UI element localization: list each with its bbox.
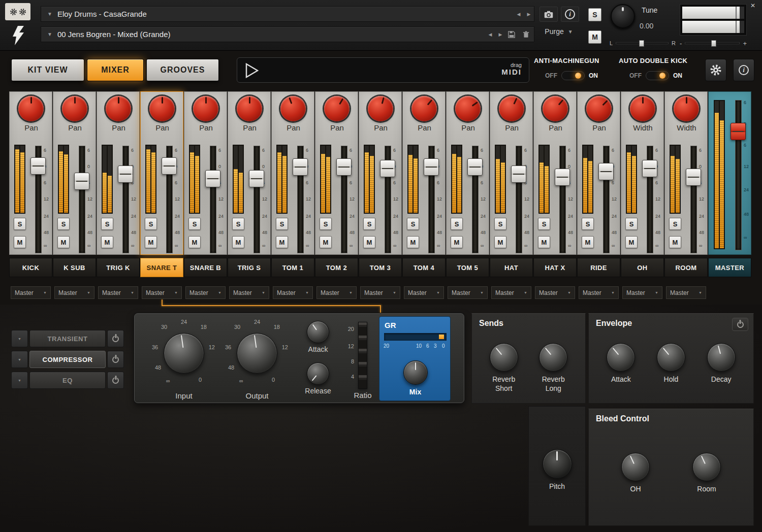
channel-name-label[interactable]: TRIG K (97, 258, 140, 277)
ratio-slider[interactable] (358, 322, 367, 389)
preset-prev-button[interactable]: ◀ (485, 29, 495, 40)
channel-route-select[interactable]: Master▼ (229, 286, 269, 299)
pan-knob[interactable] (674, 96, 699, 121)
mute-button[interactable]: M (538, 236, 550, 248)
solo-button[interactable]: S (145, 218, 157, 230)
volume-fader-track[interactable] (516, 146, 522, 253)
bleed-room-knob[interactable] (692, 453, 721, 481)
channel-name-label[interactable]: HAT X (533, 258, 577, 277)
volume-fader-handle[interactable] (511, 165, 526, 183)
solo-button[interactable]: S (232, 218, 244, 230)
mute-button[interactable]: M (57, 236, 70, 248)
pitch-knob[interactable] (543, 449, 572, 479)
pan-knob[interactable] (237, 96, 262, 121)
mute-button[interactable]: M (582, 236, 594, 248)
pan-knob[interactable] (324, 96, 350, 121)
mute-button[interactable]: M (101, 236, 113, 248)
help-info-button[interactable]: i (733, 59, 754, 81)
header-solo-button[interactable]: S (588, 8, 601, 21)
env-decay-knob[interactable] (707, 343, 736, 372)
drag-midi-handle[interactable]: drag MIDI (501, 62, 522, 77)
channel-route-select[interactable]: Master▼ (622, 286, 662, 299)
preset-next-button[interactable]: ▶ (495, 29, 505, 40)
solo-button[interactable]: S (363, 218, 375, 230)
fx-power-button[interactable] (107, 330, 124, 347)
pan-knob[interactable] (193, 96, 218, 121)
master-fader-handle[interactable] (731, 123, 746, 140)
solo-button[interactable]: S (101, 218, 113, 230)
env-attack-knob[interactable] (607, 343, 635, 372)
solo-button[interactable]: S (494, 218, 506, 230)
volume-fader-track[interactable] (122, 146, 129, 253)
volume-fader-handle[interactable] (380, 160, 395, 177)
tune-knob[interactable] (611, 4, 635, 28)
mute-button[interactable]: M (232, 236, 244, 248)
solo-button[interactable]: S (188, 218, 201, 230)
mute-button[interactable]: M (407, 236, 419, 248)
volume-fader-handle[interactable] (118, 165, 133, 183)
header-volume-slider[interactable]: - + (680, 39, 747, 47)
volume-handle[interactable] (711, 40, 716, 47)
pan-knob[interactable] (62, 96, 87, 121)
fx-transient-button[interactable]: TRANSIENT (29, 330, 106, 347)
volume-fader-handle[interactable] (467, 158, 483, 176)
play-button[interactable] (245, 63, 259, 78)
pan-knob[interactable] (499, 96, 524, 121)
channel-name-label[interactable]: SNARE T (140, 258, 183, 277)
bleed-oh-knob[interactable] (621, 453, 650, 481)
volume-fader-handle[interactable] (30, 157, 46, 175)
channel-name-label[interactable]: OH (621, 258, 664, 277)
header-info-button[interactable]: i (561, 7, 579, 22)
channel-name-label[interactable]: ROOM (664, 258, 708, 277)
close-button[interactable]: ✕ (750, 2, 755, 9)
instrument-selector[interactable]: ▼ Eloy Drums - CasaGrande ◀ ▶ (41, 6, 534, 22)
mute-button[interactable]: M (669, 236, 681, 248)
minus-label[interactable]: - (680, 40, 682, 47)
header-mute-button[interactable]: M (588, 30, 601, 44)
pan-knob[interactable] (18, 96, 44, 121)
pan-knob[interactable] (411, 96, 437, 121)
settings-button[interactable] (705, 59, 726, 81)
channel-route-select[interactable]: Master▼ (579, 286, 619, 299)
envelope-power-button[interactable] (732, 318, 748, 331)
volume-fader-handle[interactable] (598, 163, 614, 180)
channel-route-select[interactable]: Master▼ (448, 286, 488, 299)
channel-name-label[interactable]: TOM 1 (271, 258, 314, 277)
volume-fader-handle[interactable] (74, 173, 89, 190)
channel-name-label[interactable]: HAT (490, 258, 533, 277)
mute-button[interactable]: M (188, 236, 201, 248)
channel-route-select[interactable]: Master▼ (54, 286, 94, 299)
volume-fader-track[interactable] (253, 146, 260, 253)
pan-knob[interactable] (280, 96, 306, 121)
auto-double-kick-toggle[interactable] (646, 71, 669, 80)
channel-name-label[interactable]: RIDE (577, 258, 620, 277)
pan-knob[interactable] (368, 96, 393, 121)
solo-button[interactable]: S (582, 218, 594, 230)
channel-route-select[interactable]: Master▼ (491, 286, 531, 299)
volume-fader-handle[interactable] (293, 158, 308, 176)
channel-name-label[interactable]: K SUB (53, 258, 96, 277)
pan-knob[interactable] (149, 96, 175, 121)
fx-expand-button[interactable]: ▼ (11, 372, 28, 389)
mute-button[interactable]: M (320, 236, 332, 248)
pan-track[interactable] (616, 42, 669, 44)
volume-fader-handle[interactable] (162, 157, 177, 175)
tune-value[interactable]: 0.00 (640, 22, 653, 30)
channel-route-select[interactable]: Master▼ (316, 286, 357, 299)
mute-button[interactable]: M (14, 236, 26, 248)
solo-button[interactable]: S (276, 218, 288, 230)
volume-track[interactable] (685, 42, 740, 44)
tab-kit-view[interactable]: KIT VIEW (11, 59, 84, 81)
delete-button[interactable] (520, 29, 532, 40)
mix-knob[interactable] (403, 360, 428, 385)
channel-route-select[interactable]: Master▼ (360, 286, 400, 299)
instrument-next-button[interactable]: ▶ (524, 9, 534, 19)
solo-button[interactable]: S (538, 218, 550, 230)
mute-button[interactable]: M (494, 236, 506, 248)
send-reverb-long-knob[interactable] (539, 343, 567, 372)
fx-expand-button[interactable]: ▼ (11, 351, 28, 368)
channel-name-label[interactable]: TOM 5 (446, 258, 489, 277)
save-button[interactable] (505, 29, 518, 40)
channel-route-select[interactable]: Master▼ (185, 286, 226, 299)
pan-knob[interactable] (586, 96, 612, 121)
